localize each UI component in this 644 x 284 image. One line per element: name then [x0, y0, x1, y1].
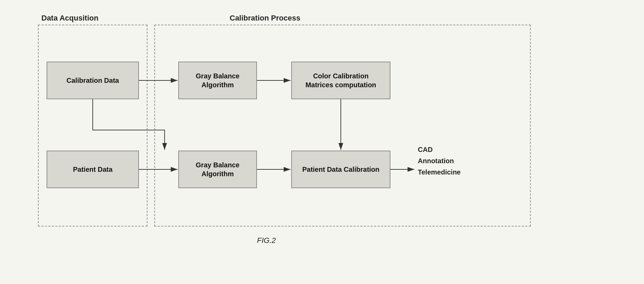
diagram-container: Data Acqusition Calibration Process Cali…	[31, 14, 613, 270]
figure-label: FIG.2	[257, 236, 276, 245]
output-annotation: Annotation	[418, 157, 461, 165]
calibration-process-box	[154, 25, 531, 227]
calibration-process-label: Calibration Process	[230, 14, 300, 23]
output-telemedicine: Telemedicine	[418, 168, 461, 176]
calibration-data-box: Calibration Data	[47, 62, 139, 99]
output-list: CAD Annotation Telemedicine	[418, 133, 461, 188]
output-cad: CAD	[418, 146, 461, 154]
data-acquisition-label: Data Acqusition	[41, 14, 99, 23]
patient-data-calibration-box: Patient Data Calibration	[291, 151, 390, 188]
gray-balance-1-box: Gray Balance Algorithm	[178, 62, 257, 99]
data-acquisition-box	[38, 25, 147, 227]
color-calibration-box: Color Calibration Matrices computation	[291, 62, 390, 99]
gray-balance-2-box: Gray Balance Algorithm	[178, 151, 257, 188]
patient-data-box: Patient Data	[47, 151, 139, 188]
